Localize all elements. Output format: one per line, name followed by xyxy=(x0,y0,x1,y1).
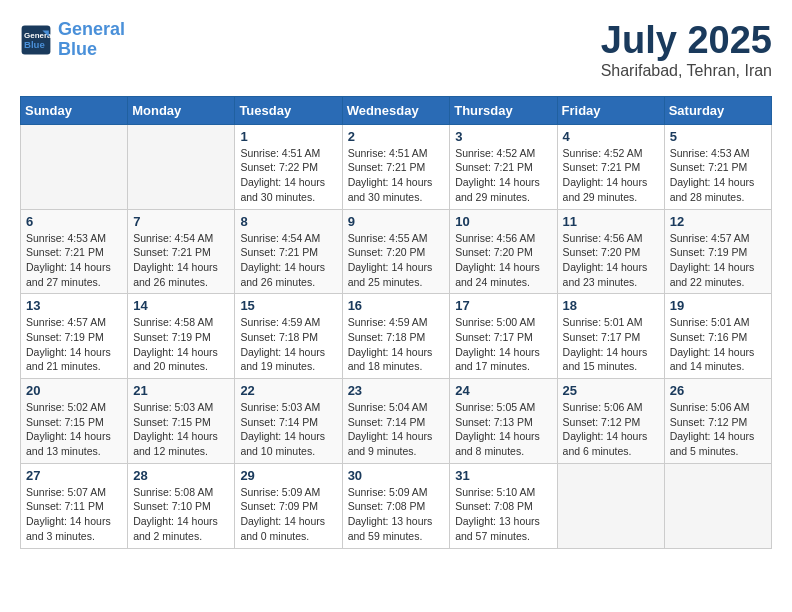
day-number: 11 xyxy=(563,214,659,229)
cell-info: Sunrise: 5:06 AMSunset: 7:12 PMDaylight:… xyxy=(563,400,659,459)
calendar-week-4: 20Sunrise: 5:02 AMSunset: 7:15 PMDayligh… xyxy=(21,379,772,464)
day-number: 27 xyxy=(26,468,122,483)
calendar-cell: 4Sunrise: 4:52 AMSunset: 7:21 PMDaylight… xyxy=(557,124,664,209)
calendar-cell xyxy=(664,463,771,548)
cell-info: Sunrise: 5:10 AMSunset: 7:08 PMDaylight:… xyxy=(455,485,551,544)
day-number: 7 xyxy=(133,214,229,229)
cell-info: Sunrise: 5:04 AMSunset: 7:14 PMDaylight:… xyxy=(348,400,445,459)
calendar-cell xyxy=(21,124,128,209)
cell-info: Sunrise: 5:09 AMSunset: 7:09 PMDaylight:… xyxy=(240,485,336,544)
calendar-cell: 20Sunrise: 5:02 AMSunset: 7:15 PMDayligh… xyxy=(21,379,128,464)
calendar-cell: 21Sunrise: 5:03 AMSunset: 7:15 PMDayligh… xyxy=(128,379,235,464)
day-number: 18 xyxy=(563,298,659,313)
month-title: July 2025 xyxy=(601,20,772,62)
svg-text:Blue: Blue xyxy=(24,39,45,50)
calendar-table: SundayMondayTuesdayWednesdayThursdayFrid… xyxy=(20,96,772,549)
calendar-cell: 30Sunrise: 5:09 AMSunset: 7:08 PMDayligh… xyxy=(342,463,450,548)
day-number: 19 xyxy=(670,298,766,313)
cell-info: Sunrise: 5:03 AMSunset: 7:14 PMDaylight:… xyxy=(240,400,336,459)
day-number: 2 xyxy=(348,129,445,144)
calendar-cell: 23Sunrise: 5:04 AMSunset: 7:14 PMDayligh… xyxy=(342,379,450,464)
cell-info: Sunrise: 5:08 AMSunset: 7:10 PMDaylight:… xyxy=(133,485,229,544)
calendar-cell: 16Sunrise: 4:59 AMSunset: 7:18 PMDayligh… xyxy=(342,294,450,379)
calendar-cell: 17Sunrise: 5:00 AMSunset: 7:17 PMDayligh… xyxy=(450,294,557,379)
day-number: 3 xyxy=(455,129,551,144)
day-number: 20 xyxy=(26,383,122,398)
calendar-cell: 29Sunrise: 5:09 AMSunset: 7:09 PMDayligh… xyxy=(235,463,342,548)
cell-info: Sunrise: 4:55 AMSunset: 7:20 PMDaylight:… xyxy=(348,231,445,290)
calendar-cell: 2Sunrise: 4:51 AMSunset: 7:21 PMDaylight… xyxy=(342,124,450,209)
day-number: 24 xyxy=(455,383,551,398)
cell-info: Sunrise: 4:51 AMSunset: 7:21 PMDaylight:… xyxy=(348,146,445,205)
calendar-cell: 10Sunrise: 4:56 AMSunset: 7:20 PMDayligh… xyxy=(450,209,557,294)
weekday-header-friday: Friday xyxy=(557,96,664,124)
weekday-header-saturday: Saturday xyxy=(664,96,771,124)
weekday-header-tuesday: Tuesday xyxy=(235,96,342,124)
calendar-cell: 13Sunrise: 4:57 AMSunset: 7:19 PMDayligh… xyxy=(21,294,128,379)
day-number: 10 xyxy=(455,214,551,229)
day-number: 4 xyxy=(563,129,659,144)
calendar-cell: 18Sunrise: 5:01 AMSunset: 7:17 PMDayligh… xyxy=(557,294,664,379)
calendar-cell: 19Sunrise: 5:01 AMSunset: 7:16 PMDayligh… xyxy=(664,294,771,379)
cell-info: Sunrise: 4:51 AMSunset: 7:22 PMDaylight:… xyxy=(240,146,336,205)
day-number: 14 xyxy=(133,298,229,313)
day-number: 15 xyxy=(240,298,336,313)
cell-info: Sunrise: 4:56 AMSunset: 7:20 PMDaylight:… xyxy=(563,231,659,290)
day-number: 8 xyxy=(240,214,336,229)
day-number: 31 xyxy=(455,468,551,483)
day-number: 16 xyxy=(348,298,445,313)
calendar-cell: 7Sunrise: 4:54 AMSunset: 7:21 PMDaylight… xyxy=(128,209,235,294)
cell-info: Sunrise: 4:52 AMSunset: 7:21 PMDaylight:… xyxy=(455,146,551,205)
day-number: 6 xyxy=(26,214,122,229)
cell-info: Sunrise: 4:58 AMSunset: 7:19 PMDaylight:… xyxy=(133,315,229,374)
day-number: 25 xyxy=(563,383,659,398)
cell-info: Sunrise: 5:09 AMSunset: 7:08 PMDaylight:… xyxy=(348,485,445,544)
cell-info: Sunrise: 4:53 AMSunset: 7:21 PMDaylight:… xyxy=(26,231,122,290)
calendar-cell: 3Sunrise: 4:52 AMSunset: 7:21 PMDaylight… xyxy=(450,124,557,209)
logo-icon: General Blue xyxy=(20,24,52,56)
title-block: July 2025 Sharifabad, Tehran, Iran xyxy=(601,20,772,80)
weekday-header-sunday: Sunday xyxy=(21,96,128,124)
weekday-header-monday: Monday xyxy=(128,96,235,124)
day-number: 30 xyxy=(348,468,445,483)
day-number: 28 xyxy=(133,468,229,483)
calendar-cell: 28Sunrise: 5:08 AMSunset: 7:10 PMDayligh… xyxy=(128,463,235,548)
calendar-cell xyxy=(128,124,235,209)
logo-blue: Blue xyxy=(58,39,97,59)
calendar-week-1: 1Sunrise: 4:51 AMSunset: 7:22 PMDaylight… xyxy=(21,124,772,209)
cell-info: Sunrise: 5:05 AMSunset: 7:13 PMDaylight:… xyxy=(455,400,551,459)
calendar-cell: 5Sunrise: 4:53 AMSunset: 7:21 PMDaylight… xyxy=(664,124,771,209)
logo-general: General xyxy=(58,19,125,39)
day-number: 13 xyxy=(26,298,122,313)
cell-info: Sunrise: 5:00 AMSunset: 7:17 PMDaylight:… xyxy=(455,315,551,374)
logo-text: General Blue xyxy=(58,20,125,60)
calendar-cell: 15Sunrise: 4:59 AMSunset: 7:18 PMDayligh… xyxy=(235,294,342,379)
logo: General Blue General Blue xyxy=(20,20,125,60)
cell-info: Sunrise: 4:57 AMSunset: 7:19 PMDaylight:… xyxy=(670,231,766,290)
page-header: General Blue General Blue July 2025 Shar… xyxy=(20,20,772,80)
day-number: 1 xyxy=(240,129,336,144)
cell-info: Sunrise: 4:54 AMSunset: 7:21 PMDaylight:… xyxy=(240,231,336,290)
calendar-header-row: SundayMondayTuesdayWednesdayThursdayFrid… xyxy=(21,96,772,124)
cell-info: Sunrise: 4:56 AMSunset: 7:20 PMDaylight:… xyxy=(455,231,551,290)
cell-info: Sunrise: 5:07 AMSunset: 7:11 PMDaylight:… xyxy=(26,485,122,544)
calendar-cell xyxy=(557,463,664,548)
cell-info: Sunrise: 4:52 AMSunset: 7:21 PMDaylight:… xyxy=(563,146,659,205)
calendar-cell: 8Sunrise: 4:54 AMSunset: 7:21 PMDaylight… xyxy=(235,209,342,294)
cell-info: Sunrise: 4:59 AMSunset: 7:18 PMDaylight:… xyxy=(240,315,336,374)
calendar-cell: 25Sunrise: 5:06 AMSunset: 7:12 PMDayligh… xyxy=(557,379,664,464)
day-number: 12 xyxy=(670,214,766,229)
calendar-cell: 26Sunrise: 5:06 AMSunset: 7:12 PMDayligh… xyxy=(664,379,771,464)
cell-info: Sunrise: 4:57 AMSunset: 7:19 PMDaylight:… xyxy=(26,315,122,374)
day-number: 23 xyxy=(348,383,445,398)
calendar-cell: 31Sunrise: 5:10 AMSunset: 7:08 PMDayligh… xyxy=(450,463,557,548)
day-number: 21 xyxy=(133,383,229,398)
calendar-cell: 12Sunrise: 4:57 AMSunset: 7:19 PMDayligh… xyxy=(664,209,771,294)
calendar-cell: 6Sunrise: 4:53 AMSunset: 7:21 PMDaylight… xyxy=(21,209,128,294)
calendar-cell: 22Sunrise: 5:03 AMSunset: 7:14 PMDayligh… xyxy=(235,379,342,464)
weekday-header-wednesday: Wednesday xyxy=(342,96,450,124)
calendar-cell: 1Sunrise: 4:51 AMSunset: 7:22 PMDaylight… xyxy=(235,124,342,209)
day-number: 5 xyxy=(670,129,766,144)
day-number: 9 xyxy=(348,214,445,229)
day-number: 22 xyxy=(240,383,336,398)
